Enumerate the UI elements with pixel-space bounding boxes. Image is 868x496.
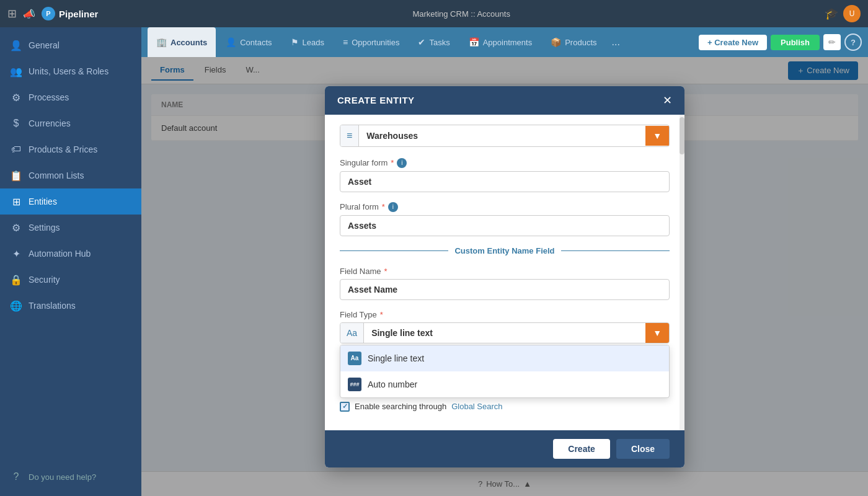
products-icon: 🏷 [10,143,22,156]
field-type-value: Single line text [364,323,645,343]
modal-footer-close-button[interactable]: Close [616,439,670,459]
leads-tab-icon: ⚑ [291,37,299,47]
tab-products[interactable]: 📦 Products [542,27,605,57]
plural-form-input[interactable] [340,215,670,236]
tab-appointments[interactable]: 📅 Appointments [460,27,541,57]
sidebar-item-automation-hub[interactable]: ✦ Automation Hub [0,241,141,267]
field-name-label-text: Field Name [340,267,381,276]
sidebar-item-processes[interactable]: ⚙ Processes [0,84,141,110]
modal-close-button[interactable]: ✕ [663,95,672,106]
sidebar-item-label-entities: Entities [29,197,57,206]
sidebar-bottom: ? Do you need help? [0,464,141,496]
grid-icon[interactable]: ⊞ [7,7,17,20]
units-icon: 👥 [10,65,22,78]
sidebar-help[interactable]: ? Do you need help? [0,464,141,490]
avatar[interactable]: U [843,5,861,22]
sidebar-item-label-translations: Translations [29,301,76,311]
tasks-tab-icon: ✔ [418,37,425,47]
processes-icon: ⚙ [10,91,22,104]
top-bar-right: 🎓 U [825,5,861,22]
entity-type-dropdown[interactable]: ≡ Warehouses ▼ [340,125,670,147]
entity-type-arrow[interactable]: ▼ [645,126,669,146]
modal-create-button[interactable]: Create [553,439,610,459]
field-type-group: Field Type * Aa Single line text [340,310,670,343]
field-type-icon: Aa [340,323,364,343]
sidebar-item-currencies[interactable]: $ Currencies [0,110,141,136]
section-line-left [340,250,448,251]
field-type-label: Field Type * [340,310,670,319]
contacts-tab-icon: 👤 [226,37,236,47]
sidebar-item-security[interactable]: 🔒 Security [0,267,141,293]
top-bar: ⊞ 📣 P Pipeliner Marketing CRM :: Account… [0,0,868,27]
entity-type-icon: ≡ [340,125,359,146]
settings-icon: ⚙ [10,221,22,234]
field-name-label: Field Name * [340,267,670,276]
checkbox-search-label-prefix: Enable searching through [355,402,446,411]
dropdown-option-single-line[interactable]: Aa Single line text [340,345,669,371]
sidebar-item-label-automation: Automation Hub [29,249,91,259]
sidebar-item-label-settings: Settings [29,223,60,232]
checkbox-search-box[interactable]: ✓ [340,402,350,412]
tab-tasks-label: Tasks [429,38,450,47]
sidebar-item-general[interactable]: 👤 General [0,32,141,58]
tabs-more-button[interactable]: ... [607,37,625,48]
tab-opportunities-label: Opportunities [352,38,399,47]
security-icon: 🔒 [10,273,22,286]
field-type-arrow[interactable]: ▼ [645,323,669,343]
sidebar-item-units-users-roles[interactable]: 👥 Units, Users & Roles [0,58,141,84]
sidebar-item-common-lists[interactable]: 📋 Common Lists [0,162,141,188]
sidebar-item-label-currencies: Currencies [29,118,71,128]
sidebar-item-entities[interactable]: ⊞ Entities [0,188,141,215]
entity-type-value: Warehouses [359,126,645,146]
checkbox-enable-search[interactable]: ✓ Enable searching through Global Search [340,402,670,412]
checkbox-search-label-link[interactable]: Global Search [451,402,502,411]
singular-form-info-icon[interactable]: i [397,158,407,168]
plural-form-label-text: Plural form [340,202,379,211]
edit-icon-button[interactable]: ✏ [823,34,841,50]
automation-icon: ✦ [10,247,22,260]
tab-accounts-label: Accounts [170,38,207,47]
entities-icon: ⊞ [10,195,22,208]
megaphone-icon[interactable]: 📣 [23,8,35,20]
graduation-icon[interactable]: 🎓 [825,7,838,20]
modal-footer: Create Close [325,430,684,467]
plural-form-info-icon[interactable]: i [388,202,398,212]
modal-title: CREATE ENTITY [337,95,415,105]
singular-form-input[interactable] [340,171,670,192]
main-layout: 👤 General 👥 Units, Users & Roles ⚙ Proce… [0,27,868,496]
sidebar-item-translations[interactable]: 🌐 Translations [0,293,141,319]
field-name-input[interactable] [340,279,670,300]
tab-accounts[interactable]: 🏢 Accounts [148,27,216,57]
tab-leads-label: Leads [303,38,324,47]
tab-opportunities[interactable]: ≡ Opportunities [334,27,409,57]
singular-form-group: Singular form * i [340,158,670,192]
app-logo: P Pipeliner [42,7,98,20]
custom-entity-section: Custom Entity Name Field [340,246,670,255]
translations-icon: 🌐 [10,299,22,312]
modal-body: ≡ Warehouses ▼ Singular form * i [325,115,684,430]
sidebar-item-settings[interactable]: ⚙ Settings [0,215,141,241]
modal-scroll-content: ≡ Warehouses ▼ Singular form * i [325,115,684,430]
modal-create-entity: CREATE ENTITY ✕ ≡ Warehouses ▼ [325,86,684,467]
field-type-dropdown-open: Aa Single line text ### Auto number [340,345,670,398]
sidebar-item-products-prices[interactable]: 🏷 Products & Prices [0,136,141,162]
tab-contacts[interactable]: 👤 Contacts [217,27,280,57]
sidebar-item-label-general: General [29,40,60,50]
plural-form-label: Plural form * i [340,202,670,212]
logo-icon: P [42,7,55,20]
create-new-button[interactable]: + Create New [699,35,767,50]
tab-products-label: Products [565,38,596,47]
nav-tabs-actions: + Create New Publish ✏ ? [699,33,862,51]
help-circle-button[interactable]: ? [844,33,862,51]
tab-leads[interactable]: ⚑ Leads [282,27,333,57]
field-type-icon-text: Aa [347,328,357,338]
sidebar-item-label-units: Units, Users & Roles [29,66,108,76]
currencies-icon: $ [10,117,22,130]
field-type-select[interactable]: Aa Single line text ▼ [340,322,670,343]
app-name: Pipeliner [59,9,98,19]
publish-button[interactable]: Publish [771,35,820,50]
dropdown-option-auto-number[interactable]: ### Auto number [340,371,669,397]
modal-overlay[interactable]: CREATE ENTITY ✕ ≡ Warehouses ▼ [141,57,868,496]
section-title: Custom Entity Name Field [454,246,554,255]
tab-tasks[interactable]: ✔ Tasks [409,27,458,57]
